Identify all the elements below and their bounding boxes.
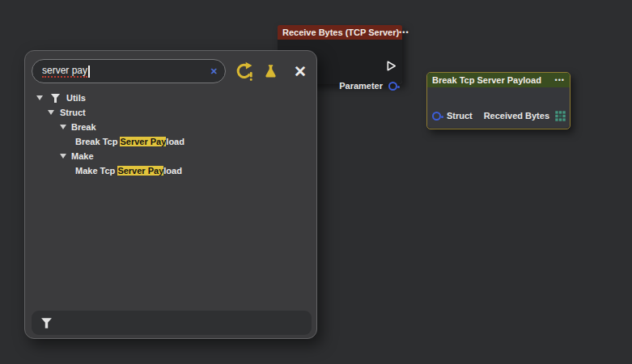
pin-label-parameter: Parameter (339, 81, 383, 91)
clear-search-icon[interactable]: ✕ (210, 66, 218, 77)
node-title: Break Tcp Server Payload (432, 75, 555, 85)
label-pre: Make Tcp (75, 166, 117, 176)
tree-item-label: Break (71, 122, 96, 132)
node-menu-button[interactable]: ••• (399, 28, 409, 36)
struct-pin-row: Struct (432, 108, 473, 123)
node-body: Struct Received Bytes Connected Client (427, 87, 570, 128)
tree-item-break-tcp-server-payload[interactable]: Break Tcp Server Payload (25, 134, 316, 149)
text-caret (88, 66, 90, 78)
node-title: Receive Bytes (TCP Server) (282, 28, 399, 37)
flask-icon[interactable] (259, 63, 282, 80)
refresh-alert-icon[interactable] (231, 61, 256, 81)
parameter-pin-row: Parameter (339, 78, 397, 93)
category-filter-bar[interactable] (32, 311, 312, 335)
pin-label-struct: Struct (447, 111, 473, 121)
pin-label-connected-client: Connected Client (478, 129, 551, 129)
tree-item-make-tcp-server-payload[interactable]: Make Tcp Server Payload (25, 163, 316, 178)
connected-client-pin-row: Connected Client (478, 126, 566, 129)
search-text: server pay (42, 65, 87, 78)
tree-item-break[interactable]: Break (25, 120, 316, 134)
received-bytes-pin-row: Received Bytes (484, 108, 566, 123)
struct-input-pin[interactable] (432, 112, 441, 121)
search-match-highlight: Server Pay (120, 137, 166, 146)
tree-item-make[interactable]: Make (25, 149, 316, 163)
node-menu-button[interactable]: ••• (555, 76, 565, 84)
tree-item-label: Struct (60, 108, 86, 117)
tree-item-label: Utils (66, 93, 86, 103)
chevron-down-icon[interactable] (48, 110, 54, 115)
chevron-down-icon[interactable] (60, 154, 66, 159)
tree-item-struct[interactable]: Struct (25, 105, 316, 120)
array-grid-output-pin[interactable] (555, 111, 566, 121)
tree-item-label: Make Tcp Server Payload (75, 166, 182, 176)
node-break-tcp-server-payload[interactable]: Break Tcp Server Payload ••• Struct Rece… (426, 72, 570, 129)
funnel-icon (40, 317, 53, 329)
search-match-highlight: Server Pay (117, 166, 163, 176)
search-input[interactable]: server pay ✕ (32, 59, 226, 83)
search-toolbar: server pay ✕ ✕ (25, 59, 316, 83)
pin-label-received-bytes: Received Bytes (484, 111, 549, 121)
close-icon[interactable]: ✕ (288, 62, 312, 81)
connected-client-output-pin[interactable] (557, 129, 566, 130)
label-post: load (166, 137, 185, 146)
exec-output-pin[interactable] (385, 60, 397, 72)
funnel-icon (50, 93, 61, 104)
label-pre: Break Tcp (75, 137, 120, 146)
chevron-down-icon[interactable] (60, 125, 66, 129)
label-post: load (163, 166, 182, 176)
node-header[interactable]: Break Tcp Server Payload ••• (427, 73, 570, 87)
tree-item-label: Make (71, 151, 94, 161)
node-search-popup: server pay ✕ ✕ Utils (24, 50, 317, 339)
node-header[interactable]: Receive Bytes (TCP Server) ••• (278, 25, 402, 40)
search-results-tree: Utils Struct Break Break Tcp Server Payl… (25, 91, 316, 178)
chevron-down-icon[interactable] (36, 95, 43, 100)
tree-item-label: Break Tcp Server Payload (75, 137, 185, 146)
tree-item-utils[interactable]: Utils (25, 91, 316, 105)
parameter-output-pin[interactable] (388, 82, 397, 91)
